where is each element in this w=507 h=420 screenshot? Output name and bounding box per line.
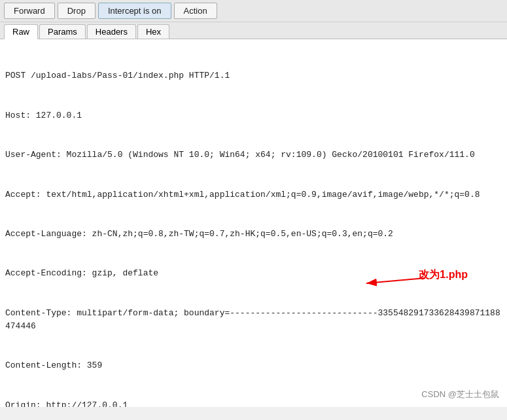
tab-headers[interactable]: Headers — [87, 24, 136, 39]
tab-raw[interactable]: Raw — [4, 24, 38, 39]
forward-button[interactable]: Forward — [4, 3, 55, 19]
request-line-7: Content-Type: multipart/form-data; bound… — [5, 307, 502, 333]
request-line-5: Accept-Language: zh-CN,zh;q=0.8,zh-TW;q=… — [5, 228, 502, 241]
arrow-indicator — [360, 271, 432, 294]
request-line-8: Content-Length: 359 — [5, 359, 502, 372]
request-line-1: POST /upload-labs/Pass-01/index.php HTTP… — [5, 69, 502, 82]
request-line-4: Accept: text/html,application/xhtml+xml,… — [5, 188, 502, 201]
toolbar: Forward Drop Intercept is on Action — [0, 0, 507, 22]
request-line-2: Host: 127.0.0.1 — [5, 109, 502, 122]
tabs-bar: Raw Params Headers Hex — [0, 22, 507, 39]
tab-hex[interactable]: Hex — [137, 24, 169, 39]
watermark: CSDN @芝士土包鼠 — [421, 389, 499, 400]
content-wrapper: POST /upload-labs/Pass-01/index.php HTTP… — [0, 39, 507, 407]
content-area[interactable]: POST /upload-labs/Pass-01/index.php HTTP… — [0, 39, 507, 407]
request-line-3: User-Agent: Mozilla/5.0 (Windows NT 10.0… — [5, 149, 502, 162]
drop-button[interactable]: Drop — [58, 3, 96, 19]
tab-params[interactable]: Params — [39, 24, 86, 39]
intercept-button[interactable]: Intercept is on — [98, 3, 171, 19]
action-button[interactable]: Action — [174, 3, 217, 19]
svg-line-1 — [366, 278, 425, 283]
